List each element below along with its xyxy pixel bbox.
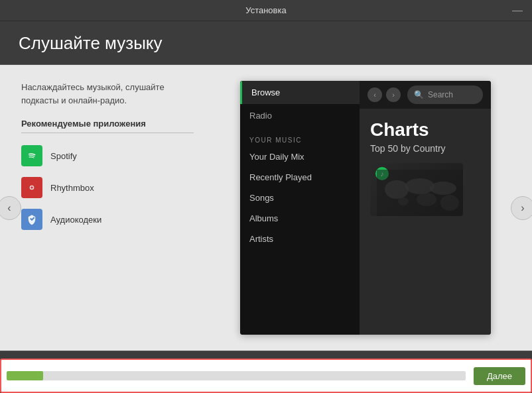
world-map-image [377, 170, 463, 216]
svg-point-10 [398, 197, 409, 205]
list-item[interactable]: Rhythmbox [21, 172, 194, 203]
next-button[interactable]: Далее [474, 367, 525, 385]
spotify-nav-arrows: ‹ › [367, 87, 401, 102]
content-area: ‹ Наслаждайтесь музыкой, слушайте подкас… [0, 65, 532, 351]
spotify-hero-area: Charts Top 50 by Country ♪ [360, 109, 491, 227]
spotify-search-bar[interactable]: 🔍 Search [407, 85, 483, 104]
list-item[interactable]: Spotify [21, 140, 194, 172]
recommended-label: Рекомендуемые приложения [21, 119, 194, 133]
left-panel: Наслаждайтесь музыкой, слушайте подкасты… [21, 81, 194, 335]
svg-point-8 [417, 193, 436, 206]
app-name-rhythmbox: Rhythmbox [50, 183, 94, 193]
sidebar-item-radio[interactable]: Radio [240, 104, 360, 127]
bottom-bar: Далее [0, 351, 532, 393]
chevron-left-icon: ‹ [7, 202, 11, 214]
page-title: Слушайте музыку [19, 33, 163, 53]
spotify-forward-button[interactable]: › [386, 87, 401, 102]
window-minimize-button[interactable]: — [511, 5, 524, 17]
sidebar-item-songs[interactable]: Songs [240, 188, 360, 208]
search-icon: 🔍 [414, 90, 424, 99]
sidebar-item-recently-played[interactable]: Recently Played [240, 167, 360, 188]
progress-bar-fill [7, 371, 43, 380]
sidebar-item-daily-mix[interactable]: Your Daily Mix [240, 146, 360, 167]
card-image: ♪ [370, 163, 463, 216]
carousel-next-button[interactable]: › [511, 196, 532, 220]
title-bar: Установка — [0, 0, 532, 21]
svg-point-9 [440, 195, 459, 211]
svg-point-5 [385, 180, 409, 199]
spotify-back-button[interactable]: ‹ [367, 87, 382, 102]
charts-subtitle: Top 50 by Country [370, 143, 480, 154]
spotify-sidebar: Browse Radio YOUR MUSIC Your Daily Mix R… [240, 81, 360, 335]
app-name-audio: Аудиокодеки [50, 215, 101, 225]
spotify-icon [21, 145, 42, 166]
carousel-prev-button[interactable]: ‹ [0, 196, 21, 220]
progress-container: Далее [0, 359, 532, 393]
audio-icon [21, 209, 42, 230]
app-list: Spotify Rhythmbox [21, 140, 194, 235]
svg-point-7 [430, 182, 456, 195]
your-music-section-label: YOUR MUSIC [240, 127, 360, 146]
rhythmbox-icon [21, 177, 42, 198]
sidebar-item-browse[interactable]: Browse [240, 81, 360, 104]
charts-title: Charts [370, 119, 480, 140]
spotify-main-panel: ‹ › 🔍 Search Charts Top 50 by Country [360, 81, 491, 335]
main-content: ‹ Наслаждайтесь музыкой, слушайте подкас… [0, 65, 532, 351]
spotify-search-placeholder: Search [428, 90, 453, 99]
spotify-card[interactable]: ♪ [370, 163, 463, 216]
chevron-right-icon: › [521, 202, 524, 214]
spotify-topbar: ‹ › 🔍 Search [360, 81, 491, 109]
app-name-spotify: Spotify [50, 151, 77, 161]
description-text: Наслаждайтесь музыкой, слушайте подкасты… [21, 81, 194, 107]
svg-point-6 [405, 178, 434, 194]
installer-window: Слушайте музыку ‹ Наслаждайтесь музыкой,… [0, 21, 532, 393]
sidebar-item-albums[interactable]: Albums [240, 208, 360, 229]
page-header: Слушайте музыку [0, 21, 532, 65]
window-title: Установка [21, 5, 511, 15]
sidebar-item-artists[interactable]: Artists [240, 229, 360, 249]
list-item[interactable]: Аудиокодеки [21, 203, 194, 235]
svg-point-3 [31, 186, 33, 188]
spotify-preview: Browse Radio YOUR MUSIC Your Daily Mix R… [240, 81, 491, 335]
progress-bar-track [7, 371, 466, 380]
